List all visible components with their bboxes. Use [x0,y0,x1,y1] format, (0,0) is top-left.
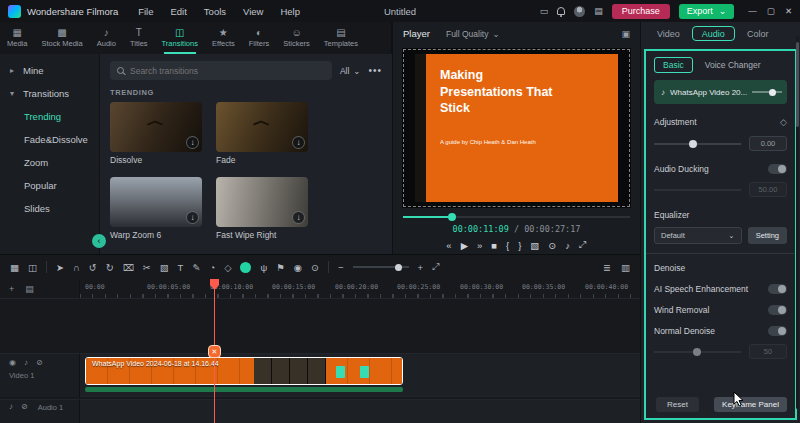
keyframe-tool-icon[interactable]: ◇ [224,262,231,273]
tab-filters[interactable]: ◐Filters [242,22,276,54]
download-icon[interactable]: ↓ [292,136,305,149]
wind-removal-toggle[interactable] [768,305,787,315]
tab-titles[interactable]: TTitles [123,22,155,54]
volume-value[interactable]: 0.00 [749,136,787,151]
properties-scrollbar[interactable] [796,36,799,409]
voiceover-mic-icon[interactable]: ψ [260,262,267,273]
maximize-button[interactable]: ▢ [767,6,775,16]
speed-tool-icon[interactable]: ◔ [209,262,215,273]
device-mirror-icon[interactable]: ▭ [540,7,549,16]
crop-button[interactable]: ▧ [530,240,539,251]
sidebar-group-mine[interactable]: ▸Mine [0,59,99,82]
seek-handle[interactable] [448,213,456,221]
timeline-ruler[interactable]: 00:00 00:00:05:00 00:00:10:00 00:00:15:0… [80,279,640,299]
volume-slider-handle[interactable] [689,140,697,148]
tab-audio-properties[interactable]: Audio [692,26,735,41]
transition-thumbnail[interactable]: ↓ [110,102,202,152]
volume-slider[interactable] [654,143,741,145]
tab-effects[interactable]: ★Effects [205,22,242,54]
tab-transitions[interactable]: ◫Transitions [155,22,205,54]
zoom-slider-handle[interactable] [395,264,402,271]
transition-thumbnail[interactable]: ↓ [110,177,202,227]
ai-speech-toggle[interactable] [768,284,787,294]
download-icon[interactable]: ↓ [186,136,199,149]
zoom-in-icon[interactable]: + [418,262,424,273]
close-button[interactable]: ✕ [785,6,792,16]
audio-ducking-toggle[interactable] [768,164,787,174]
tab-media[interactable]: ▦Media [0,22,34,54]
download-icon[interactable]: ↓ [292,211,305,224]
tab-audio[interactable]: ♪Audio [90,22,123,54]
stop-button[interactable]: ■ [491,240,497,251]
record-icon[interactable]: ◉ [294,262,302,273]
timeline-zoom-slider[interactable] [353,266,409,268]
compact-view-toggle-icon[interactable]: ◫ [28,262,37,273]
subtab-voice-changer[interactable]: Voice Changer [701,58,765,72]
equalizer-preset-dropdown[interactable]: Default⌄ [654,227,742,244]
track-manager-icon[interactable]: ≣ [603,262,611,273]
workspace-layout-icon[interactable]: ▤ [594,7,603,16]
playhead[interactable]: ✕ [214,279,215,423]
play-button[interactable]: ▶ [461,240,468,251]
slide-canvas[interactable]: Making Presentations That Stick A guide … [415,54,618,202]
track-mute-icon[interactable]: ♪ [24,358,28,367]
equalizer-setting-button[interactable]: Setting [748,227,787,244]
delete-icon[interactable]: ⌧ [123,262,134,273]
transition-item-fast-wipe-right[interactable]: ↓ Fast Wipe Right [216,177,308,240]
track-lock-icon[interactable]: ⊘ [21,402,28,412]
sidebar-item-zoom[interactable]: Zoom [0,151,99,174]
tab-stickers[interactable]: ☺Stickers [276,22,317,54]
selected-clip-card[interactable]: ♪ WhatsApp Video 20... [654,80,787,104]
linked-audio-strip[interactable] [85,387,403,392]
minimize-button[interactable]: — [748,6,757,16]
snap-magnet-icon[interactable]: ∩ [73,262,80,273]
menu-tools[interactable]: Tools [204,6,226,17]
search-box[interactable] [110,61,332,80]
menu-edit[interactable]: Edit [170,6,186,17]
zoom-out-icon[interactable]: − [338,262,344,273]
denoise-slider[interactable] [654,351,741,353]
sidebar-item-fade-dissolve[interactable]: Fade&Dissolve [0,128,99,151]
preview-display-icon[interactable]: ▣ [621,29,630,39]
track-lock-icon[interactable]: ⊘ [36,358,43,367]
keyframe-panel-button[interactable]: Keyframe Panel [714,397,787,412]
purchase-button[interactable]: Purchase [612,4,670,19]
filter-dropdown[interactable]: All⌄ [340,66,361,76]
fit-timeline-icon[interactable]: ⤢ [432,261,440,273]
subtab-basic[interactable]: Basic [654,57,693,73]
split-scissors-icon[interactable]: ✂ [143,262,151,273]
transition-thumbnail[interactable]: ↓ [216,102,308,152]
track-mute-icon[interactable]: ♪ [9,402,13,412]
skip-back-button[interactable]: « [446,240,451,251]
sidebar-group-transitions[interactable]: ▾Transitions [0,82,99,105]
snapshot-button[interactable]: ⊙ [548,240,556,251]
sidebar-item-trending[interactable]: Trending [0,105,99,128]
transition-item-dissolve[interactable]: ↓ Dissolve [110,102,202,165]
tab-templates[interactable]: ▤Templates [317,22,365,54]
tab-stock-media[interactable]: ▩Stock Media [34,22,89,54]
snapshot-tool-icon[interactable]: ⊙ [311,262,319,273]
media-view-toggle-icon[interactable]: ▦ [10,262,19,273]
pointer-tool-icon[interactable]: ➤ [56,262,64,273]
denoise-slider-handle[interactable] [693,348,701,356]
mark-in-button[interactable]: { [506,240,509,251]
transition-item-warp-zoom[interactable]: ↓ Warp Zoom 6 [110,177,202,240]
more-options-icon[interactable]: ••• [368,65,382,76]
playhead-marker-badge[interactable]: ✕ [208,345,221,358]
notification-bell-icon[interactable] [557,7,565,15]
sidebar-item-popular[interactable]: Popular [0,174,99,197]
transition-thumbnail[interactable]: ↓ [216,177,308,227]
sidebar-collapse-button[interactable]: ‹ [92,234,106,248]
tab-video[interactable]: Video [657,29,680,39]
text-tool-icon[interactable]: T [178,262,184,273]
transition-item-fade[interactable]: ↓ Fade [216,102,308,165]
volume-button[interactable]: ♪ [565,240,570,251]
audio-mixer-icon[interactable]: ▥ [621,262,630,273]
normal-denoise-toggle[interactable] [768,326,787,336]
add-track-icon[interactable]: + [9,284,14,294]
export-button[interactable]: Export⌄ [679,4,735,19]
redo-icon[interactable]: ↻ [106,262,114,273]
undo-icon[interactable]: ↺ [89,262,97,273]
scrollbar-thumb[interactable] [796,42,799,127]
reset-button[interactable]: Reset [656,397,699,412]
